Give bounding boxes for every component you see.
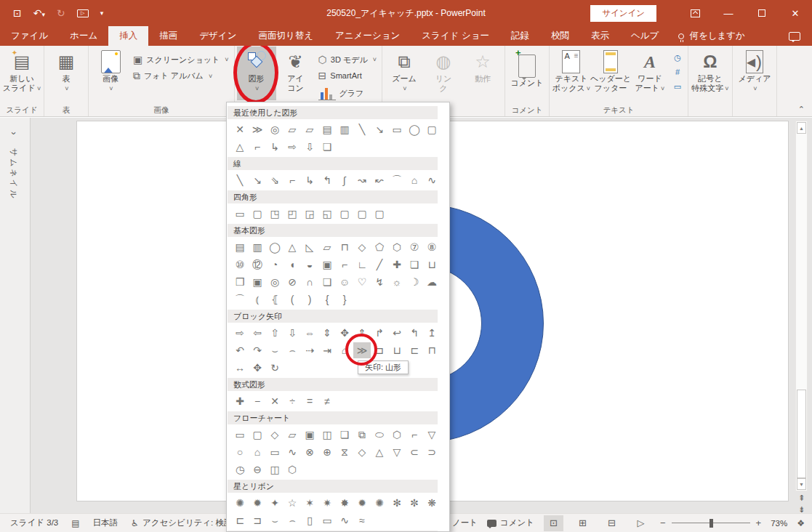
shape-plus[interactable]: ✚: [231, 393, 249, 409]
shape-line-arrow[interactable]: ↘: [249, 172, 266, 188]
shape-vertical-text-box[interactable]: ▥: [249, 239, 266, 255]
shape-parallelogram[interactable]: ▱: [284, 121, 301, 137]
shape-elbow-connector[interactable]: ⌐: [284, 172, 301, 188]
shape-plaque[interactable]: ❏: [406, 257, 423, 273]
new-slide-button[interactable]: ▤新しいスライド˅: [2, 47, 41, 100]
shape-isosceles-triangle[interactable]: △: [231, 139, 249, 155]
screenshot-button[interactable]: ▣スクリーンショット˅: [133, 54, 229, 65]
shape-down-ribbon[interactable]: ⊐: [249, 512, 266, 528]
shape-magnetic-disk[interactable]: ⊖: [249, 462, 266, 477]
shape-multiply[interactable]: ✕: [266, 393, 284, 409]
feedback-icon[interactable]: [789, 32, 800, 41]
shape-elbow-arrow-connector[interactable]: ↳: [266, 139, 284, 155]
shape-smiley-face[interactable]: ☺: [336, 274, 353, 290]
shape-right-triangle[interactable]: ◺: [301, 239, 318, 255]
shape-donut[interactable]: ◎: [266, 274, 284, 290]
shape-no-symbol[interactable]: ⊘: [284, 274, 301, 290]
scroll-down-button[interactable]: ▼: [797, 478, 806, 490]
shape-document[interactable]: ❏: [336, 427, 353, 443]
slide-indicator[interactable]: スライド 3/3: [10, 517, 58, 528]
shape-equal[interactable]: =: [301, 393, 318, 409]
shape-line-double-arrow[interactable]: ⇘: [266, 172, 284, 188]
tab-7[interactable]: アニメーション: [324, 26, 411, 46]
shape-teardrop[interactable]: ◒: [301, 257, 318, 273]
shape-pie[interactable]: ◔: [266, 257, 284, 273]
reading-view-button[interactable]: ⊟: [602, 515, 622, 531]
expand-thumbnails-icon[interactable]: ›: [9, 132, 20, 134]
shape-explosion-14pt[interactable]: ✹: [249, 495, 266, 511]
shape-chord[interactable]: ◖: [284, 257, 301, 273]
shape-line[interactable]: ╲: [353, 121, 371, 137]
shape-star-6pt[interactable]: ✶: [301, 495, 318, 511]
shape-delay[interactable]: ⊃: [423, 444, 441, 460]
shape-star-32pt[interactable]: ❋: [423, 495, 441, 511]
tab-4[interactable]: 描画: [148, 26, 188, 46]
shape-right-bracket[interactable]: ): [301, 291, 318, 307]
shape-off-page-connector[interactable]: ⌂: [249, 444, 266, 460]
object-button[interactable]: ▭: [670, 80, 686, 93]
shape-sun[interactable]: ☼: [388, 274, 406, 290]
shape-elbow-arrow-connector[interactable]: ↳: [301, 172, 318, 188]
shape-summing-junction[interactable]: ⊗: [301, 444, 318, 460]
shape-sequential-access-storage[interactable]: ◷: [231, 462, 249, 477]
shape-octagon[interactable]: ⑧: [423, 239, 441, 255]
shape-multiply[interactable]: ✕: [231, 121, 249, 137]
shape-curve[interactable]: ⌒: [388, 172, 406, 188]
shape-dodecagon[interactable]: ⑫: [249, 257, 266, 273]
shape-multidocument[interactable]: ⧉: [353, 427, 371, 443]
shape-oval[interactable]: ◯: [266, 239, 284, 255]
shape-up-down-arrow[interactable]: ⇕: [318, 325, 336, 341]
shape-rounded-rectangle[interactable]: ▢: [423, 121, 441, 137]
shape-cube[interactable]: ❒: [231, 274, 249, 290]
previous-slide-button[interactable]: ⇞: [798, 493, 805, 503]
tab-2[interactable]: ホーム: [59, 26, 108, 46]
shape-text-box[interactable]: ▤: [318, 121, 336, 137]
shape-explosion-8pt[interactable]: ✺: [231, 495, 249, 511]
shape-diagonal-stripe[interactable]: ╱: [371, 257, 388, 273]
shape-right-arrow[interactable]: ⇨: [284, 139, 301, 155]
shape-right-arrow[interactable]: ⇨: [231, 325, 249, 341]
shape-star-10pt[interactable]: ✹: [353, 495, 371, 511]
shape-elbow-double-arrow-connector[interactable]: ↰: [318, 172, 336, 188]
slideshow-button[interactable]: ▷: [631, 515, 651, 531]
tab-12[interactable]: ヘルプ: [620, 26, 670, 46]
shape-cloud[interactable]: ☁: [423, 274, 441, 290]
shape-curved-down-arrow[interactable]: ⌣: [266, 342, 284, 358]
tab-1[interactable]: ファイル: [0, 26, 59, 46]
shape-quad-arrow-callout[interactable]: ✥: [249, 360, 266, 376]
shape-text-box[interactable]: ▤: [231, 239, 249, 255]
shape-rounded-rectangle[interactable]: ▢: [249, 206, 266, 222]
shape-frame[interactable]: ▣: [318, 257, 336, 273]
shape-pentagon[interactable]: ⌂: [336, 342, 353, 358]
shape-parallelogram[interactable]: ▱: [301, 121, 318, 137]
shape-star-24pt[interactable]: ✼: [406, 495, 423, 511]
shape-wave[interactable]: ∿: [336, 512, 353, 528]
shape-manual-operation[interactable]: ▽: [423, 427, 441, 443]
shape-terminator[interactable]: ⬭: [371, 427, 388, 443]
3d-model-button[interactable]: ⬡3D モデル˅: [318, 54, 377, 65]
shape-right-brace[interactable]: }: [336, 291, 353, 307]
shape-quad-arrow[interactable]: ✥: [336, 325, 353, 341]
shape-collate[interactable]: ⧖: [336, 444, 353, 460]
shape-left-bracket[interactable]: (: [284, 291, 301, 307]
shape-rectangle[interactable]: ▭: [388, 121, 406, 137]
shape-preparation[interactable]: ⬡: [388, 427, 406, 443]
shape-hexagon[interactable]: ⬡: [388, 239, 406, 255]
shape-star-16pt[interactable]: ✻: [388, 495, 406, 511]
shape-snip-same-side-corner[interactable]: ◰: [284, 206, 301, 222]
shape-up-arrow[interactable]: ⇧: [266, 325, 284, 341]
shape-display[interactable]: ⬡: [284, 462, 301, 477]
scrollbar-thumb[interactable]: [797, 390, 806, 478]
tab-10[interactable]: 校閲: [540, 26, 580, 46]
shape-left-right-arrow-callout[interactable]: ↔: [231, 360, 249, 376]
shape-direct-access-storage[interactable]: ◫: [266, 462, 284, 477]
symbol-button[interactable]: Ω記号と特殊文字˅: [691, 47, 730, 100]
shape-punched-tape[interactable]: ∿: [284, 444, 301, 460]
shapes-button[interactable]: 図形˅: [237, 47, 276, 100]
slide-number-button[interactable]: #: [670, 65, 686, 78]
table-button[interactable]: ▦表˅: [47, 47, 86, 100]
zoom-out-button[interactable]: −: [660, 517, 666, 528]
shape-card[interactable]: ❏: [318, 139, 336, 155]
shape-merge[interactable]: ▽: [388, 444, 406, 460]
shape-can[interactable]: ⊔: [423, 257, 441, 273]
